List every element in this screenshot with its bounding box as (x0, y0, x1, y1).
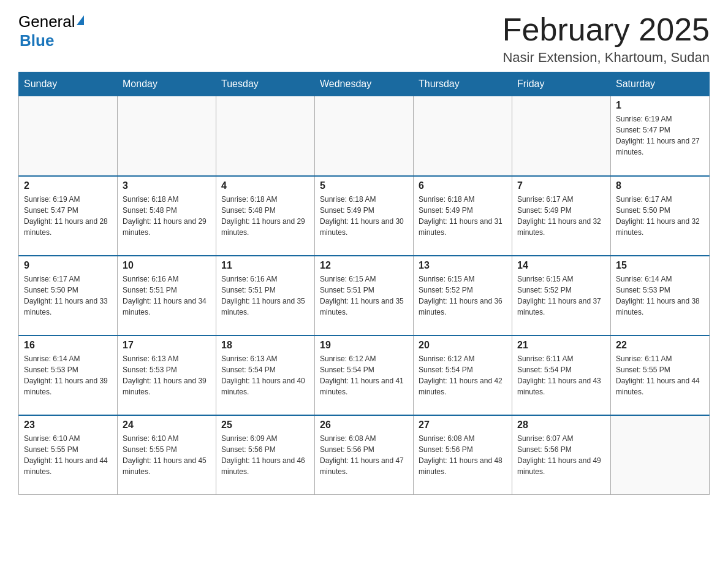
day-info: Sunrise: 6:18 AMSunset: 5:49 PMDaylight:… (320, 194, 408, 238)
day-info: Sunrise: 6:11 AMSunset: 5:55 PMDaylight:… (616, 353, 704, 397)
day-number: 26 (320, 419, 408, 431)
table-row: 19Sunrise: 6:12 AMSunset: 5:54 PMDayligh… (315, 335, 414, 415)
logo: General Blue (18, 12, 84, 50)
table-row: 21Sunrise: 6:11 AMSunset: 5:54 PMDayligh… (512, 335, 611, 415)
day-number: 11 (221, 260, 309, 271)
table-row: 17Sunrise: 6:13 AMSunset: 5:53 PMDayligh… (118, 335, 216, 415)
calendar-week-row: 2Sunrise: 6:19 AMSunset: 5:47 PMDaylight… (19, 176, 710, 256)
header-wednesday: Wednesday (315, 72, 414, 96)
day-info: Sunrise: 6:14 AMSunset: 5:53 PMDaylight:… (24, 353, 112, 397)
table-row (19, 96, 118, 176)
table-row: 25Sunrise: 6:09 AMSunset: 5:56 PMDayligh… (216, 415, 315, 495)
day-number: 19 (320, 340, 408, 351)
day-number: 16 (24, 340, 112, 351)
day-number: 7 (517, 180, 605, 191)
calendar-week-row: 23Sunrise: 6:10 AMSunset: 5:55 PMDayligh… (19, 415, 710, 495)
table-row (611, 415, 710, 495)
table-row: 20Sunrise: 6:12 AMSunset: 5:54 PMDayligh… (414, 335, 512, 415)
table-row: 8Sunrise: 6:17 AMSunset: 5:50 PMDaylight… (611, 176, 710, 256)
month-year-title: February 2025 (502, 12, 710, 47)
table-row: 12Sunrise: 6:15 AMSunset: 5:51 PMDayligh… (315, 256, 414, 335)
table-row: 15Sunrise: 6:14 AMSunset: 5:53 PMDayligh… (611, 256, 710, 335)
table-row: 7Sunrise: 6:17 AMSunset: 5:49 PMDaylight… (512, 176, 611, 256)
day-number: 21 (517, 340, 605, 351)
day-info: Sunrise: 6:19 AMSunset: 5:47 PMDaylight:… (24, 194, 112, 238)
day-number: 18 (221, 340, 309, 351)
location-subtitle: Nasir Extension, Khartoum, Sudan (502, 50, 710, 66)
page-header: General Blue February 2025 Nasir Extensi… (18, 12, 710, 66)
calendar-week-row: 16Sunrise: 6:14 AMSunset: 5:53 PMDayligh… (19, 335, 710, 415)
day-number: 14 (517, 260, 605, 271)
day-number: 12 (320, 260, 408, 271)
day-info: Sunrise: 6:10 AMSunset: 5:55 PMDaylight:… (123, 433, 211, 477)
day-info: Sunrise: 6:18 AMSunset: 5:49 PMDaylight:… (419, 194, 507, 238)
day-number: 17 (123, 340, 211, 351)
table-row: 18Sunrise: 6:13 AMSunset: 5:54 PMDayligh… (216, 335, 315, 415)
day-info: Sunrise: 6:14 AMSunset: 5:53 PMDaylight:… (616, 274, 704, 318)
table-row: 6Sunrise: 6:18 AMSunset: 5:49 PMDaylight… (414, 176, 512, 256)
day-info: Sunrise: 6:15 AMSunset: 5:52 PMDaylight:… (419, 274, 507, 318)
table-row: 4Sunrise: 6:18 AMSunset: 5:48 PMDaylight… (216, 176, 315, 256)
day-number: 25 (221, 419, 309, 431)
table-row (512, 96, 611, 176)
day-number: 5 (320, 180, 408, 191)
table-row: 24Sunrise: 6:10 AMSunset: 5:55 PMDayligh… (118, 415, 216, 495)
logo-blue-text: Blue (18, 31, 84, 50)
calendar-header-row: Sunday Monday Tuesday Wednesday Thursday… (19, 72, 710, 96)
calendar-week-row: 1Sunrise: 6:19 AMSunset: 5:47 PMDaylight… (19, 96, 710, 176)
header-friday: Friday (512, 72, 611, 96)
day-number: 15 (616, 260, 704, 271)
table-row: 3Sunrise: 6:18 AMSunset: 5:48 PMDaylight… (118, 176, 216, 256)
day-info: Sunrise: 6:10 AMSunset: 5:55 PMDaylight:… (24, 433, 112, 477)
table-row (414, 96, 512, 176)
day-number: 23 (24, 419, 112, 431)
day-info: Sunrise: 6:13 AMSunset: 5:53 PMDaylight:… (123, 353, 211, 397)
table-row (315, 96, 414, 176)
day-number: 28 (517, 419, 605, 431)
table-row: 27Sunrise: 6:08 AMSunset: 5:56 PMDayligh… (414, 415, 512, 495)
day-info: Sunrise: 6:12 AMSunset: 5:54 PMDaylight:… (419, 353, 507, 397)
day-info: Sunrise: 6:18 AMSunset: 5:48 PMDaylight:… (123, 194, 211, 238)
calendar-table: Sunday Monday Tuesday Wednesday Thursday… (18, 72, 710, 495)
day-info: Sunrise: 6:13 AMSunset: 5:54 PMDaylight:… (221, 353, 309, 397)
day-info: Sunrise: 6:08 AMSunset: 5:56 PMDaylight:… (320, 433, 408, 477)
day-number: 24 (123, 419, 211, 431)
calendar-week-row: 9Sunrise: 6:17 AMSunset: 5:50 PMDaylight… (19, 256, 710, 335)
table-row: 11Sunrise: 6:16 AMSunset: 5:51 PMDayligh… (216, 256, 315, 335)
day-number: 10 (123, 260, 211, 271)
day-info: Sunrise: 6:15 AMSunset: 5:52 PMDaylight:… (517, 274, 605, 318)
day-info: Sunrise: 6:12 AMSunset: 5:54 PMDaylight:… (320, 353, 408, 397)
table-row: 9Sunrise: 6:17 AMSunset: 5:50 PMDaylight… (19, 256, 118, 335)
day-number: 22 (616, 340, 704, 351)
table-row (216, 96, 315, 176)
header-sunday: Sunday (19, 72, 118, 96)
day-number: 9 (24, 260, 112, 271)
day-info: Sunrise: 6:15 AMSunset: 5:51 PMDaylight:… (320, 274, 408, 318)
day-number: 8 (616, 180, 704, 191)
logo-general-text: General (18, 12, 75, 31)
table-row: 23Sunrise: 6:10 AMSunset: 5:55 PMDayligh… (19, 415, 118, 495)
table-row: 26Sunrise: 6:08 AMSunset: 5:56 PMDayligh… (315, 415, 414, 495)
day-number: 2 (24, 180, 112, 191)
day-info: Sunrise: 6:16 AMSunset: 5:51 PMDaylight:… (123, 274, 211, 318)
day-number: 1 (616, 100, 704, 111)
day-number: 13 (419, 260, 507, 271)
table-row: 28Sunrise: 6:07 AMSunset: 5:56 PMDayligh… (512, 415, 611, 495)
table-row (118, 96, 216, 176)
table-row: 22Sunrise: 6:11 AMSunset: 5:55 PMDayligh… (611, 335, 710, 415)
day-number: 27 (419, 419, 507, 431)
day-number: 3 (123, 180, 211, 191)
day-info: Sunrise: 6:17 AMSunset: 5:50 PMDaylight:… (24, 274, 112, 318)
table-row: 1Sunrise: 6:19 AMSunset: 5:47 PMDaylight… (611, 96, 710, 176)
table-row: 2Sunrise: 6:19 AMSunset: 5:47 PMDaylight… (19, 176, 118, 256)
table-row: 13Sunrise: 6:15 AMSunset: 5:52 PMDayligh… (414, 256, 512, 335)
day-info: Sunrise: 6:16 AMSunset: 5:51 PMDaylight:… (221, 274, 309, 318)
header-thursday: Thursday (414, 72, 512, 96)
day-info: Sunrise: 6:09 AMSunset: 5:56 PMDaylight:… (221, 433, 309, 477)
header-tuesday: Tuesday (216, 72, 315, 96)
header-saturday: Saturday (611, 72, 710, 96)
logo-triangle-icon (77, 15, 84, 25)
day-info: Sunrise: 6:08 AMSunset: 5:56 PMDaylight:… (419, 433, 507, 477)
title-section: February 2025 Nasir Extension, Khartoum,… (502, 12, 710, 66)
day-info: Sunrise: 6:19 AMSunset: 5:47 PMDaylight:… (616, 113, 704, 158)
